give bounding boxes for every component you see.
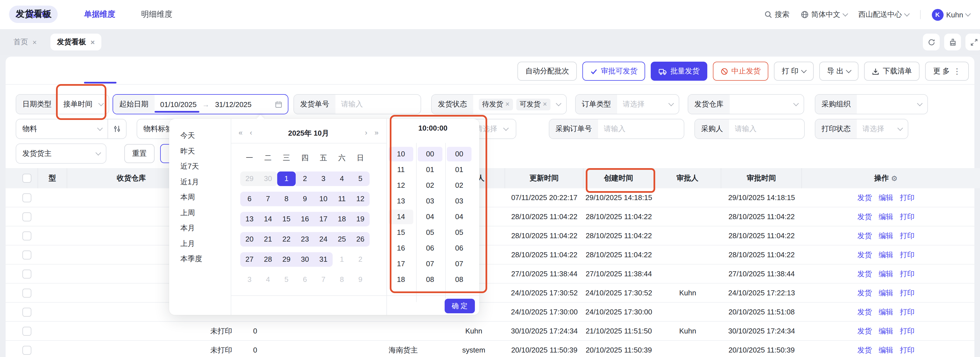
export-button[interactable]: 导 出 [819,62,859,81]
select-all-checkbox[interactable] [22,174,31,183]
calendar-day[interactable]: 5 [277,273,296,287]
action-link-打印[interactable]: 打印 [900,307,915,317]
gear-icon[interactable]: ⚙ [891,174,897,182]
calendar-day[interactable]: 5 [351,172,370,186]
calendar-day[interactable]: 4 [259,273,277,287]
action-link-编辑[interactable]: 编辑 [879,326,893,336]
row-checkbox[interactable] [22,288,31,297]
row-checkbox[interactable] [22,269,31,278]
filter-date-type[interactable]: 日期类型 接单时间 [16,94,109,114]
material-advanced-filter-button[interactable] [108,125,126,133]
calendar-day[interactable]: 1 [332,252,351,267]
time-minute-option[interactable]: 08 [418,273,442,287]
action-link-编辑[interactable]: 编辑 [879,288,893,298]
ship-no-input[interactable]: 请输入 [341,99,363,109]
calendar-day[interactable]: 7 [259,192,277,206]
calendar-day[interactable]: 11 [332,192,351,206]
action-link-发货[interactable]: 发货 [858,288,872,298]
calendar-day[interactable]: 23 [296,232,314,247]
time-hour-option[interactable]: 13 [389,194,413,209]
action-link-发货[interactable]: 发货 [858,193,872,202]
time-minute-option[interactable]: 00 [418,147,442,161]
calendar-title[interactable]: 2025年 10月 [231,128,387,139]
calendar-day[interactable]: 27 [240,252,259,267]
action-link-编辑[interactable]: 编辑 [879,345,893,355]
time-second-option[interactable]: 06 [447,241,471,255]
action-link-发货[interactable]: 发货 [858,326,872,336]
calendar-day[interactable]: 24 [314,232,332,247]
user-menu[interactable]: K Kuhn [932,9,970,21]
action-link-编辑[interactable]: 编辑 [879,250,893,260]
action-link-发货[interactable]: 发货 [858,212,872,222]
language-switcher[interactable]: 简体中文 [800,10,847,20]
action-link-编辑[interactable]: 编辑 [879,307,893,317]
calendar-day[interactable]: 17 [314,212,332,226]
time-minute-option[interactable]: 05 [418,225,442,240]
purchaser-input[interactable]: 请输入 [735,124,757,134]
calendar-day[interactable]: 13 [240,212,259,226]
filter-ship-status[interactable]: 发货状态 待发货× 可发货× [431,94,567,114]
fullscreen-icon[interactable] [966,33,980,51]
row-checkbox[interactable] [22,231,31,240]
calendar-day[interactable]: 2 [351,252,370,267]
download-list-button[interactable]: 下载清单 [864,62,920,81]
time-minute-option[interactable]: 03 [418,194,442,209]
calendar-day[interactable]: 19 [351,212,370,226]
row-checkbox[interactable] [22,250,31,259]
clear-cache-button[interactable] [944,33,961,51]
calendar-day[interactable]: 7 [314,273,332,287]
action-link-打印[interactable]: 打印 [900,269,915,279]
action-link-打印[interactable]: 打印 [900,288,915,298]
calendar-day[interactable]: 21 [259,232,277,247]
time-second-option[interactable]: 07 [447,257,471,271]
action-link-编辑[interactable]: 编辑 [879,193,893,202]
calendar-day[interactable]: 6 [296,273,314,287]
close-icon[interactable]: × [91,38,95,46]
row-checkbox[interactable] [22,308,31,316]
time-minute-option[interactable]: 02 [418,178,442,193]
time-minute-option[interactable]: 07 [418,257,442,271]
row-checkbox[interactable] [22,193,31,202]
confirm-button[interactable]: 确 定 [444,299,475,313]
tab-document-dimension[interactable]: 单据维度 [84,10,115,20]
action-link-打印[interactable]: 打印 [900,231,915,241]
calendar-day[interactable]: 30 [296,252,314,267]
action-link-编辑[interactable]: 编辑 [879,269,893,279]
calendar-day[interactable]: 9 [296,192,314,206]
time-hour-option[interactable]: 12 [389,178,413,193]
calendar-day[interactable]: 26 [351,232,370,247]
calendar-day[interactable]: 16 [296,212,314,226]
row-checkbox[interactable] [22,346,31,354]
row-checkbox[interactable] [22,212,31,221]
action-link-发货[interactable]: 发货 [858,307,872,317]
start-date-input[interactable]: 01/10/2025 [160,100,197,108]
approve-shippable-button[interactable]: 审批可发货 [582,62,645,81]
filter-print-status[interactable]: 打印状态 请选择 [815,119,908,139]
calendar-day[interactable]: 12 [351,192,370,206]
calendar-day[interactable]: 8 [332,273,351,287]
batch-ship-button[interactable]: 批量发货 [651,62,707,81]
calendar-day[interactable]: 10 [314,192,332,206]
refresh-button[interactable] [923,33,940,51]
action-link-打印[interactable]: 打印 [900,193,915,202]
global-search[interactable]: 搜索 [764,10,789,20]
calendar-day[interactable]: 18 [332,212,351,226]
calendar-day[interactable]: 22 [277,232,296,247]
time-hour-option[interactable]: 14 [389,210,413,224]
org-switcher[interactable]: 西山配送中心 [858,10,908,20]
filter-ship-warehouse[interactable]: 发货仓库 [688,94,804,114]
workspace-tab-board[interactable]: 发货看板 × [50,33,101,51]
action-link-编辑[interactable]: 编辑 [879,212,893,222]
close-icon[interactable]: × [505,100,510,108]
time-hour-option[interactable]: 16 [389,241,413,255]
time-minute-option[interactable]: 06 [418,241,442,255]
time-second-option[interactable]: 02 [447,178,471,193]
time-minute-option[interactable]: 01 [418,163,442,177]
po-no-input[interactable]: 请输入 [604,124,625,134]
auto-assign-batch-button[interactable]: 自动分配批次 [517,62,577,81]
calendar-day[interactable]: 4 [332,172,351,186]
calendar-day[interactable]: 6 [240,192,259,206]
time-second-option[interactable]: 05 [447,225,471,240]
action-link-发货[interactable]: 发货 [858,231,872,241]
tab-detail-dimension[interactable]: 明细维度 [141,10,172,20]
